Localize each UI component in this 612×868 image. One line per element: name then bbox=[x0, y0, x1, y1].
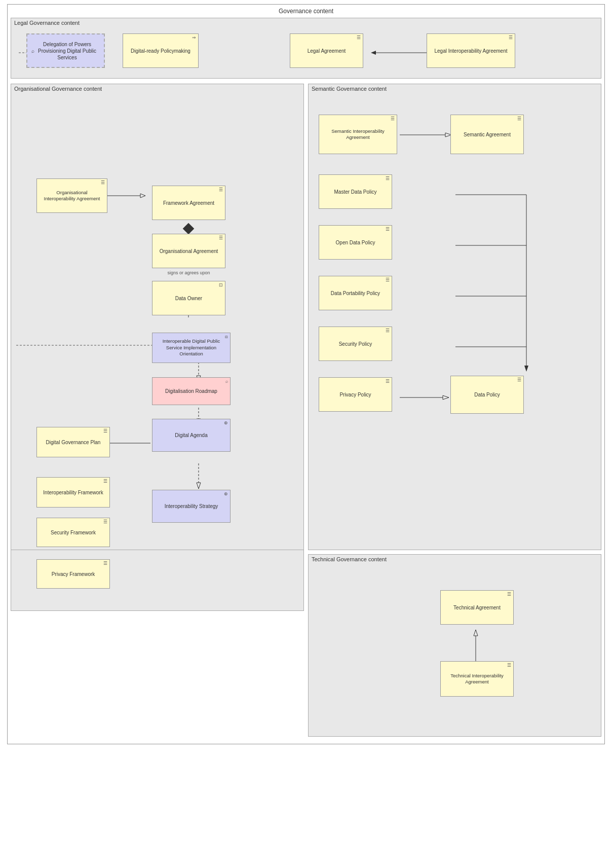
doc-icon17: ☰ bbox=[103, 561, 107, 567]
interop-strategy-node: ⊕ Interoperability Strategy bbox=[152, 490, 231, 523]
privacy-policy-node: ☰ Privacy Policy bbox=[319, 377, 392, 412]
semantic-interop-node: ☰ Semantic Interoperability Agreement bbox=[319, 115, 397, 154]
open-data-node: ☰ Open Data Policy bbox=[319, 225, 392, 260]
svg-marker-4 bbox=[140, 194, 145, 198]
legal-agreement-node: ☰ Legal Agreement bbox=[290, 33, 363, 68]
digital-ready-node: ⇒ Digital-ready Policymaking bbox=[123, 33, 199, 68]
arrow-right-icon: ⇒ bbox=[192, 35, 196, 41]
main-title: Governance content bbox=[11, 8, 601, 15]
delegation-node: ⌕ Delegation of Powers Provisioning Digi… bbox=[26, 33, 105, 68]
org-section-label: Organisational Governance content bbox=[14, 86, 102, 92]
security-framework-node: ☰ Security Framework bbox=[36, 518, 110, 547]
framework-agreement-node: ☰ Framework Agreement bbox=[152, 186, 225, 220]
semantic-agreement-node: ☰ Semantic Agreement bbox=[450, 115, 524, 154]
doc-icon7: ☰ bbox=[103, 479, 107, 485]
svg-marker-25 bbox=[443, 395, 449, 400]
doc-icon2: ☰ bbox=[509, 35, 513, 41]
doc-icon6: ☰ bbox=[103, 428, 107, 435]
data-owner-node: ⊡ Data Owner bbox=[152, 281, 225, 315]
svg-marker-27 bbox=[474, 630, 478, 636]
circle-icon2: ⊕ bbox=[224, 491, 228, 497]
doc-icon10: ☰ bbox=[517, 116, 521, 122]
legal-section-label: Legal Governance content bbox=[14, 20, 80, 26]
idpsi-node: ⧈ Interoperable Digital Public Service I… bbox=[152, 333, 231, 363]
privacy-framework-node: ☰ Privacy Framework bbox=[36, 559, 110, 589]
diamond-shape bbox=[183, 223, 195, 235]
master-data-node: ☰ Master Data Policy bbox=[319, 174, 392, 209]
doc-icon4: ☰ bbox=[101, 180, 105, 186]
signs-label: signs or agrees upon bbox=[152, 270, 225, 275]
doc-icon1: ☰ bbox=[357, 35, 361, 41]
doc-icon13: ☰ bbox=[386, 277, 390, 283]
legal-interop-node: ☰ Legal Interoperability Agreement bbox=[427, 33, 515, 68]
technical-agreement-node: ☰ Technical Agreement bbox=[440, 590, 514, 625]
org-interop-node: ☰ Organisational Interoperability Agreem… bbox=[36, 178, 107, 213]
org-bottom-section: ☰ Privacy Framework bbox=[11, 550, 304, 611]
digital-agenda-node: ⊕ Digital Agenda bbox=[152, 419, 231, 452]
doc-icon9: ☰ bbox=[391, 116, 395, 122]
doc-icon19: ☰ bbox=[507, 663, 511, 669]
data-policy-node: ☰ Data Policy bbox=[450, 376, 524, 414]
doc-icon14: ☰ bbox=[386, 328, 390, 334]
svg-marker-15 bbox=[197, 483, 201, 489]
data-portability-node: ☰ Data Portability Policy bbox=[319, 276, 392, 310]
legal-section: Legal Governance content ⌕ Delegation of… bbox=[11, 18, 601, 79]
doc-icon16: ☰ bbox=[517, 377, 521, 383]
org-section: Organisational Governance content bbox=[11, 84, 304, 550]
doc-icon15: ☰ bbox=[386, 379, 390, 385]
doc-icon11: ☰ bbox=[386, 176, 390, 182]
svg-marker-23 bbox=[524, 366, 528, 372]
svg-marker-2 bbox=[371, 51, 376, 55]
doc-icon12: ☰ bbox=[386, 227, 390, 233]
semantic-section: Semantic Governance content bbox=[308, 84, 601, 550]
tech-arrows-svg bbox=[309, 555, 602, 737]
main-container: Governance content Legal Governance cont… bbox=[7, 4, 605, 744]
tech-section-label: Technical Governance content bbox=[312, 556, 387, 562]
semantic-section-label: Semantic Governance content bbox=[312, 86, 387, 92]
parallel-icon: ⧈ bbox=[225, 334, 228, 340]
digital-gov-plan-node: ☰ Digital Governance Plan bbox=[36, 427, 110, 457]
interop-framework-node: ☰ Interoperability Framework bbox=[36, 477, 110, 508]
tech-interop-node: ☰ Technical Interoperability Agreement bbox=[440, 661, 514, 697]
digitalisation-roadmap-node: ⌕ Digitalisation Roadmap bbox=[152, 377, 231, 405]
doc-icon5: ☰ bbox=[219, 235, 223, 241]
security-policy-node: ☰ Security Policy bbox=[319, 327, 392, 361]
org-agreement-node: ☰ Organisational Agreement bbox=[152, 234, 225, 268]
tech-section: Technical Governance content ☰ Technical… bbox=[308, 554, 601, 737]
doc-icon3: ☰ bbox=[219, 187, 223, 193]
doc-icon8: ☰ bbox=[103, 519, 107, 525]
input-icon: ⊡ bbox=[219, 282, 223, 288]
search-icon2: ⌕ bbox=[225, 379, 228, 385]
semantic-arrows-svg bbox=[309, 84, 602, 551]
circle-icon: ⊕ bbox=[224, 420, 228, 426]
doc-icon18: ☰ bbox=[507, 592, 511, 598]
